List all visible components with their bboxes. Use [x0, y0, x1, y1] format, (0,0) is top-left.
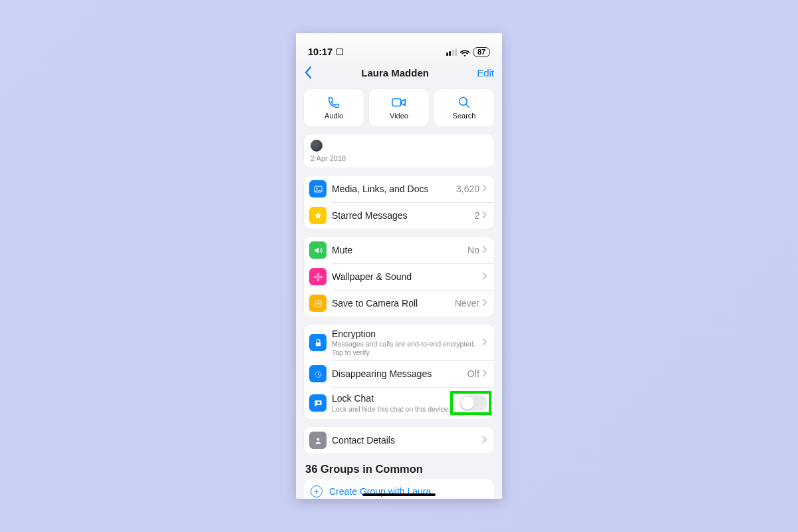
status-right: 87 — [446, 47, 491, 57]
speaker-icon — [309, 241, 327, 259]
mute-label: Mute — [332, 245, 467, 255]
chevron-right-icon — [482, 336, 487, 348]
video-call-button[interactable]: Video — [369, 89, 429, 126]
contact-details-label: Contact Details — [332, 435, 482, 446]
audio-call-button[interactable]: Audio — [304, 89, 364, 126]
wallpaper-row[interactable]: Wallpaper & Sound — [304, 263, 494, 290]
disappearing-value: Off — [467, 368, 479, 379]
lock-chat-sub: Lock and hide this chat on this device. — [332, 405, 460, 414]
svg-rect-11 — [315, 342, 321, 346]
phone-frame: 10:17 87 Laura Madden Edit Audio V — [296, 33, 502, 499]
star-icon — [309, 207, 327, 224]
svg-point-9 — [320, 276, 322, 278]
status-time: 10:17 — [308, 47, 343, 57]
status-bar: 10:17 87 — [296, 33, 502, 61]
chevron-right-icon — [482, 183, 487, 195]
disappearing-label: Disappearing Messages — [332, 368, 467, 379]
starred-label: Starred Messages — [332, 210, 474, 221]
wifi-icon — [460, 49, 470, 57]
svg-point-4 — [316, 188, 317, 189]
wallpaper-label: Wallpaper & Sound — [332, 271, 482, 282]
chevron-right-icon — [482, 297, 487, 309]
edit-button[interactable]: Edit — [477, 67, 494, 78]
plus-icon: + — [311, 485, 323, 497]
video-icon — [392, 96, 406, 109]
about-card[interactable]: 2 Apr 2018 — [304, 134, 494, 168]
svg-point-6 — [317, 273, 319, 275]
chevron-right-icon — [482, 244, 487, 256]
camera-roll-row[interactable]: Save to Camera Roll Never — [304, 290, 494, 317]
about-date: 2 Apr 2018 — [311, 154, 487, 162]
media-count: 3,620 — [456, 184, 479, 194]
search-icon — [458, 96, 471, 109]
back-button[interactable] — [304, 66, 313, 79]
mute-value: No — [467, 245, 479, 255]
timer-icon — [309, 365, 327, 382]
svg-point-8 — [314, 276, 316, 278]
lock-icon — [309, 334, 327, 351]
phone-icon — [327, 96, 340, 109]
svg-rect-0 — [392, 99, 401, 106]
media-row[interactable]: Media, Links, and Docs 3,620 — [304, 176, 494, 202]
contact-details-row[interactable]: Contact Details — [304, 427, 494, 454]
mute-row[interactable]: Mute No — [304, 237, 494, 263]
svg-line-2 — [466, 104, 469, 108]
wallpaper-icon — [309, 268, 327, 285]
media-label: Media, Links, and Docs — [332, 184, 456, 194]
encryption-row[interactable]: Encryption Messages and calls are end-to… — [304, 325, 494, 360]
video-label: Video — [390, 112, 408, 120]
camera-roll-label: Save to Camera Roll — [332, 298, 455, 309]
chevron-right-icon — [482, 209, 487, 221]
chevron-right-icon — [482, 368, 487, 380]
chevron-right-icon — [482, 271, 487, 283]
battery-indicator: 87 — [473, 47, 490, 57]
content-scroll[interactable]: Audio Video Search 2 Apr 2018 Media, Lin… — [296, 84, 502, 499]
svg-rect-13 — [317, 402, 320, 404]
svg-point-14 — [317, 438, 319, 440]
action-row: Audio Video Search — [304, 89, 494, 126]
save-icon — [309, 295, 327, 312]
starred-row[interactable]: Starred Messages 2 — [304, 202, 494, 229]
nav-header: Laura Madden Edit — [296, 61, 502, 84]
chevron-right-icon — [482, 434, 487, 446]
svg-point-5 — [317, 275, 319, 278]
groups-in-common-title: 36 Groups in Common — [305, 463, 493, 475]
search-button[interactable]: Search — [434, 89, 494, 126]
encryption-label: Encryption — [332, 329, 482, 339]
avatar-thumbnail — [311, 140, 323, 152]
search-label: Search — [453, 112, 476, 120]
nav-title: Laura Madden — [361, 67, 429, 78]
orientation-lock-icon — [336, 49, 343, 55]
svg-point-7 — [317, 279, 319, 281]
status-time-text: 10:17 — [308, 47, 332, 57]
lock-chat-label: Lock Chat — [332, 393, 460, 404]
media-starred-card: Media, Links, and Docs 3,620 Starred Mes… — [304, 176, 494, 229]
lock-chat-toggle[interactable] — [460, 395, 487, 411]
home-indicator[interactable] — [362, 493, 436, 496]
security-card: Encryption Messages and calls are end-to… — [304, 325, 494, 419]
lock-chat-row: Lock Chat Lock and hide this chat on thi… — [304, 387, 494, 419]
contact-card: Contact Details — [304, 427, 494, 454]
settings-card-1: Mute No Wallpaper & Sound Save to Camera… — [304, 237, 494, 317]
cell-signal-icon — [446, 49, 458, 56]
camera-roll-value: Never — [455, 298, 479, 309]
audio-label: Audio — [325, 112, 343, 120]
disappearing-row[interactable]: Disappearing Messages Off — [304, 360, 494, 387]
photos-icon — [309, 180, 327, 198]
contact-icon — [309, 432, 327, 449]
chat-lock-icon — [309, 394, 327, 412]
encryption-sub: Messages and calls are end-to-end encryp… — [332, 340, 482, 356]
starred-count: 2 — [474, 210, 479, 221]
